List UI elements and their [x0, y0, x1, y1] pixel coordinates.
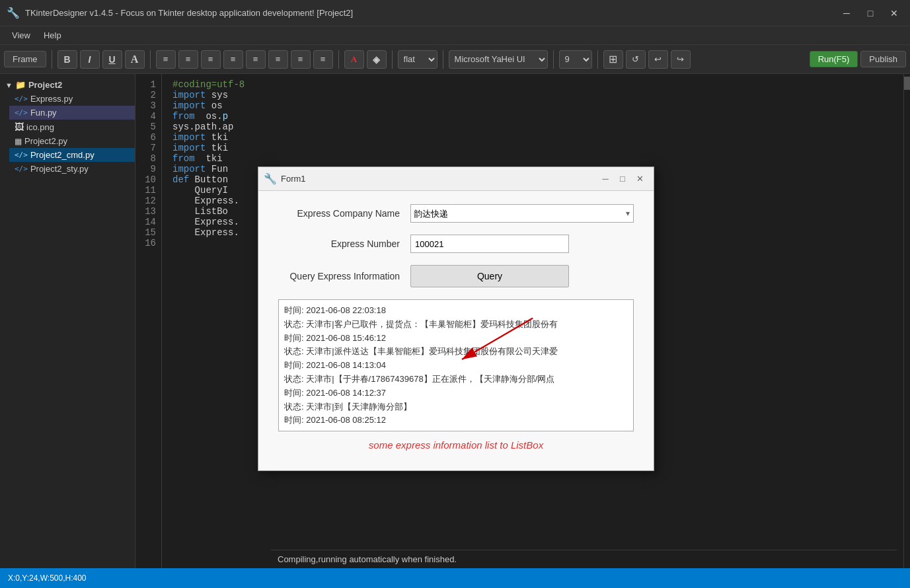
form1-dialog: 🔧 Form1 ─ □ ✕ Express Company Name 韵达快递 … — [258, 166, 654, 471]
align-right-btn[interactable]: ≡ — [201, 50, 221, 69]
toolbar-separator-7 — [597, 50, 598, 69]
grid-btn[interactable]: ⊞ — [603, 50, 623, 69]
align-justify-btn[interactable]: ≡ — [223, 50, 243, 69]
font-family-select[interactable]: Microsoft YaHei UI Arial Times New Roman — [449, 50, 548, 69]
menu-bar: View Help — [0, 26, 910, 45]
align-l2-btn[interactable]: ≡ — [246, 50, 266, 69]
underline-button[interactable]: U — [102, 50, 122, 69]
annotation-text: some express information list to ListBox — [278, 439, 634, 451]
list-item: 状态: 天津市|到【天津静海分部】 — [284, 400, 628, 414]
close-button[interactable]: ✕ — [885, 6, 903, 20]
compile-message: Compiling,running automatically when fin… — [278, 554, 457, 564]
maximize-button[interactable]: □ — [861, 6, 880, 20]
editor-scrollbar[interactable] — [903, 74, 910, 588]
toolbar-separator-1 — [52, 50, 52, 69]
file-label-project2cmd: Project2_cmd.py — [30, 150, 130, 160]
status-bar: X:0,Y:24,W:500,H:400 — [0, 568, 910, 588]
project-root[interactable]: ▼ 📁 Project2 — [0, 78, 135, 92]
sidebar-item-project2sty[interactable]: </> Project2_sty.py — [9, 162, 135, 176]
toolbar-separator-3 — [338, 50, 339, 69]
query-btn-wrap: Query — [410, 265, 634, 287]
paint-btn[interactable]: ◈ — [367, 50, 387, 69]
menu-view[interactable]: View — [5, 28, 37, 42]
line-numbers: 12345 678910 1112131415 16 — [135, 74, 162, 588]
compile-bar: Compiling,running automatically when fin… — [271, 550, 897, 568]
list-item: 状态: 天津市|客户已取件，提货点：【丰巢智能柜】爱玛科技集团股份有 — [284, 318, 628, 332]
company-label: Express Company Name — [278, 208, 410, 219]
file-label-express: Express.py — [30, 94, 130, 104]
dialog-title: Form1 — [281, 174, 597, 184]
sidebar-item-fun[interactable]: </> Fun.py — [9, 106, 135, 120]
project-files: </> Express.py </> Fun.py 🖼 ico.png ▦ Pr… — [0, 92, 135, 176]
file-label-project2: Project2.py — [24, 136, 130, 146]
file-tree: ▼ 📁 Project2 </> Express.py </> Fun.py 🖼… — [0, 74, 135, 180]
query-button[interactable]: Query — [410, 265, 569, 287]
align-c2-btn[interactable]: ≡ — [268, 50, 288, 69]
query-label: Query Express Information — [278, 271, 410, 281]
title-bar: 🔧 TKinterDesigner v1.4.5 - Focus on Tkin… — [0, 0, 910, 26]
main-content: ▼ 📁 Project2 </> Express.py </> Fun.py 🖼… — [0, 74, 910, 588]
app-title: TKinterDesigner v1.4.5 - Focus on Tkinte… — [25, 8, 837, 18]
express-number-row: Express Number — [278, 235, 634, 253]
sidebar-item-project2[interactable]: ▦ Project2.py — [9, 134, 135, 148]
text-button[interactable]: A — [125, 50, 145, 69]
file-icon-express: </> — [15, 94, 28, 103]
minimize-button[interactable]: ─ — [837, 6, 856, 20]
toolbar-separator-2 — [150, 50, 151, 69]
query-row: Query Express Information Query — [278, 265, 634, 287]
undo-btn[interactable]: ↩ — [648, 50, 668, 69]
align-j2-btn[interactable]: ≡ — [313, 50, 333, 69]
menu-help[interactable]: Help — [37, 28, 68, 42]
dialog-icon: 🔧 — [264, 172, 277, 185]
dialog-minimize-button[interactable]: ─ — [597, 172, 614, 186]
align-left-btn[interactable]: ≡ — [156, 50, 176, 69]
sidebar: ▼ 📁 Project2 </> Express.py </> Fun.py 🖼… — [0, 74, 135, 588]
sidebar-item-ico[interactable]: 🖼 ico.png — [9, 120, 135, 134]
company-select-wrap: 韵达快递 顺丰速运 圆通快递 申通快递 — [410, 204, 634, 223]
company-row: Express Company Name 韵达快递 顺丰速运 圆通快递 申通快递 — [278, 204, 634, 223]
file-label-project2sty: Project2_sty.py — [30, 164, 130, 174]
toolbar-separator-5 — [443, 50, 443, 69]
listbox-area[interactable]: 时间: 2021-06-08 22:03:18 状态: 天津市|客户已取件，提货… — [278, 299, 634, 431]
list-item: 状态: 天津市|【于井春/17867439678】正在派件，【天津静海分部/网点 — [284, 373, 628, 386]
list-item: 时间: 2021-06-08 08:25:12 — [284, 414, 628, 427]
dialog-maximize-button[interactable]: □ — [614, 172, 631, 186]
express-number-input-wrap — [410, 235, 634, 253]
dialog-close-button[interactable]: ✕ — [631, 172, 648, 186]
toolbar: Frame B I U A ≡ ≡ ≡ ≡ ≡ ≡ ≡ ≡ A ◈ flat g… — [0, 45, 910, 74]
expand-icon: ▼ — [5, 81, 13, 89]
file-label-ico: ico.png — [26, 122, 130, 132]
company-select[interactable]: 韵达快递 顺丰速运 圆通快递 申通快递 — [410, 204, 634, 223]
form1-titlebar: 🔧 Form1 ─ □ ✕ — [258, 167, 654, 191]
sidebar-item-project2cmd[interactable]: </> Project2_cmd.py — [9, 148, 135, 162]
status-coords: X:0,Y:24,W:500,H:400 — [8, 573, 87, 583]
border-style-select[interactable]: flat groove ridge sunken raised — [398, 50, 437, 69]
refresh-btn[interactable]: ↺ — [626, 50, 646, 69]
italic-button[interactable]: I — [80, 50, 100, 69]
list-item: 时间: 2021-06-08 15:46:12 — [284, 332, 628, 346]
express-number-input[interactable] — [410, 235, 569, 253]
align-center-btn[interactable]: ≡ — [178, 50, 198, 69]
sidebar-item-express[interactable]: </> Express.py — [9, 92, 135, 106]
font-size-select[interactable]: 9 10 11 12 — [559, 50, 592, 69]
font-color-btn[interactable]: A — [344, 50, 364, 69]
run-button[interactable]: Run(F5) — [810, 51, 858, 67]
file-icon-project2sty: </> — [15, 165, 28, 173]
list-item: 时间: 2021-06-08 14:13:04 — [284, 359, 628, 373]
list-item: 时间: 2021-06-08 14:12:37 — [284, 386, 628, 400]
file-icon-project2cmd: </> — [15, 151, 28, 159]
project-folder-icon: 📁 — [15, 80, 26, 90]
toolbar-separator-6 — [553, 50, 554, 69]
bold-button[interactable]: B — [57, 50, 77, 69]
publish-button[interactable]: Publish — [860, 51, 906, 67]
window-controls: ─ □ ✕ — [837, 6, 903, 20]
file-icon-project2: ▦ — [15, 137, 22, 146]
frame-button[interactable]: Frame — [4, 51, 46, 67]
file-icon-ico: 🖼 — [15, 122, 24, 132]
list-item: 状态: 天津市|派件送达【丰巢智能柜】爱玛科技集团股份有限公司天津爱 — [284, 345, 628, 359]
app-icon: 🔧 — [7, 7, 20, 19]
project-label: Project2 — [28, 80, 62, 90]
align-r2-btn[interactable]: ≡ — [291, 50, 311, 69]
express-number-label: Express Number — [278, 239, 410, 249]
redo-btn[interactable]: ↪ — [671, 50, 691, 69]
